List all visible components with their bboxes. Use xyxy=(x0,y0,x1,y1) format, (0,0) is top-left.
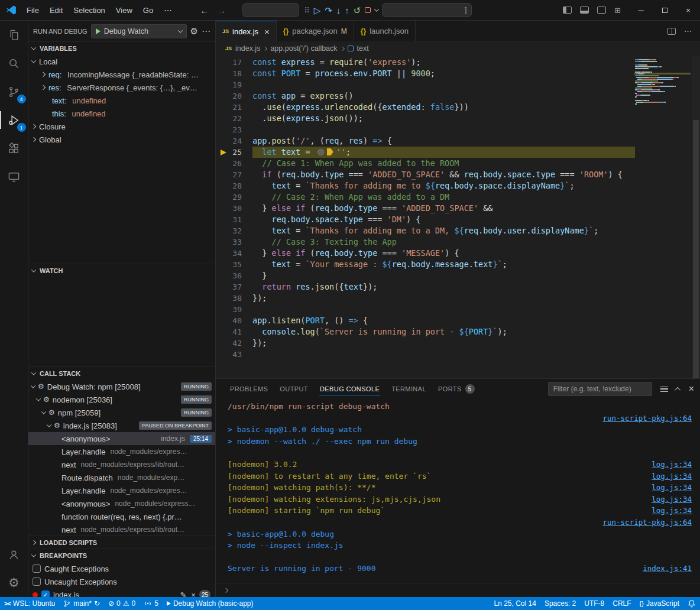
source-location-link[interactable]: run-script-pkg.js:64 xyxy=(602,413,692,424)
debug-session-row[interactable]: ⚙nodemon [25036]RUNNING xyxy=(28,393,215,406)
tab-problems[interactable]: PROBLEMS xyxy=(224,379,274,399)
line-content[interactable]: } xyxy=(252,270,635,281)
minimize-button[interactable]: ─ xyxy=(629,0,653,21)
menu-edit[interactable]: Edit xyxy=(44,6,68,15)
line-content[interactable]: app.post('/', (req, res) => { xyxy=(252,135,635,147)
line-gutter[interactable]: 19 xyxy=(216,79,252,90)
breakpoints-section-header[interactable]: BREAKPOINTS xyxy=(28,549,215,562)
line-gutter[interactable]: 17 xyxy=(216,57,252,68)
code-line[interactable]: 42}); xyxy=(216,338,700,349)
stop-button[interactable] xyxy=(365,7,371,13)
line-content[interactable]: }); xyxy=(252,293,635,304)
line-gutter[interactable]: 22 xyxy=(216,113,252,124)
drag-handle-icon[interactable]: ⠿ xyxy=(304,6,310,15)
restart-button[interactable]: ↺ xyxy=(354,6,361,15)
code-line[interactable]: 40app.listen(PORT, () => { xyxy=(216,315,700,326)
line-gutter[interactable]: 39 xyxy=(216,304,252,315)
source-location-link[interactable]: index.js:41 xyxy=(643,563,692,575)
notifications-item[interactable] xyxy=(683,597,700,610)
activity-run-debug-icon[interactable]: 1 xyxy=(0,106,28,134)
stack-frame-row[interactable]: <anonymous>node_modules/express… xyxy=(28,497,215,510)
debug-session-row[interactable]: ⚙npm [25059]RUNNING xyxy=(28,406,215,419)
toggle-panel-icon[interactable] xyxy=(580,7,589,14)
tab-debug-console[interactable]: DEBUG CONSOLE xyxy=(314,379,385,399)
line-gutter[interactable]: 27 xyxy=(216,169,252,180)
code-editor[interactable]: 17const express = require('express');18c… xyxy=(216,56,700,378)
filter-lines-icon[interactable] xyxy=(660,387,668,392)
watch-section-header[interactable]: WATCH xyxy=(28,264,215,277)
breadcrumb-file[interactable]: index.js xyxy=(235,44,260,53)
line-content[interactable] xyxy=(252,124,635,135)
source-location-link[interactable]: log.js:34 xyxy=(652,494,692,505)
source-location-link[interactable]: log.js:34 xyxy=(652,471,692,482)
customize-layout-icon[interactable]: ⊞ xyxy=(614,7,621,14)
code-line[interactable]: 26 // Case 1: When App was added to the … xyxy=(216,158,700,169)
activity-search-icon[interactable] xyxy=(0,49,28,77)
forwarded-ports-item[interactable]: 5 xyxy=(140,597,163,610)
line-gutter[interactable]: 34 xyxy=(216,248,252,259)
line-gutter[interactable]: 18 xyxy=(216,68,252,79)
code-line[interactable]: 34 } else if (req.body.type === 'MESSAGE… xyxy=(216,248,700,259)
line-content[interactable]: } else if (req.body.type === 'MESSAGE') … xyxy=(252,248,635,259)
git-branch-item[interactable]: main* ↻ xyxy=(59,597,104,610)
debug-session-chevron-icon[interactable] xyxy=(374,7,379,11)
line-gutter[interactable]: 36 xyxy=(216,270,252,281)
code-line[interactable]: 23 xyxy=(216,124,700,135)
line-gutter[interactable]: 40 xyxy=(216,315,252,326)
line-content[interactable]: req.body.space.type === 'DM') { xyxy=(252,214,635,225)
line-content[interactable]: const express = require('express'); xyxy=(252,57,635,68)
tab-output[interactable]: OUTPUT xyxy=(274,379,314,399)
maximize-panel-icon[interactable] xyxy=(675,387,680,392)
line-gutter[interactable]: 20 xyxy=(216,90,252,102)
line-content[interactable]: app.listen(PORT, () => { xyxy=(252,315,635,326)
debug-gear-icon[interactable]: ⚙ xyxy=(190,26,198,37)
stack-frame-row[interactable]: function router(req, res, next) {.pr… xyxy=(28,510,215,523)
code-line[interactable]: 35 text = `Your message : ${req.body.mes… xyxy=(216,259,700,270)
scrollbar-thumb[interactable] xyxy=(693,120,699,378)
line-content[interactable]: console.log(`Server is running in port -… xyxy=(252,326,635,338)
variable-row[interactable]: this: undefined xyxy=(28,107,215,120)
source-location-link[interactable]: log.js:34 xyxy=(652,505,692,517)
continue-button[interactable]: ▷ xyxy=(314,6,321,15)
variable-row[interactable]: Local xyxy=(28,55,215,68)
code-line[interactable]: 37 return res.json({text}); xyxy=(216,281,700,293)
menu-selection[interactable]: Selection xyxy=(68,6,110,15)
menu-file[interactable]: File xyxy=(21,6,44,15)
line-content[interactable]: }); xyxy=(252,338,635,349)
cursor-position-item[interactable]: Ln 25, Col 14 xyxy=(490,597,540,610)
line-gutter[interactable]: 30 xyxy=(216,203,252,214)
menu-overflow-icon[interactable]: ⋯ xyxy=(158,5,177,15)
debug-status-item[interactable]: Debug Watch (basic-app) xyxy=(163,597,258,610)
debug-session-row[interactable]: ⚙index.js [25083]PAUSED ON BREAKPOINT xyxy=(28,419,215,432)
line-content[interactable]: // Case 3: Texting the App xyxy=(252,236,635,248)
variable-row[interactable]: Global xyxy=(28,133,215,146)
line-content[interactable] xyxy=(252,79,635,90)
step-into-button[interactable]: ↓ xyxy=(336,6,341,15)
menu-go[interactable]: Go xyxy=(138,6,158,15)
maximize-button[interactable] xyxy=(653,0,676,21)
code-line[interactable]: 36 } xyxy=(216,270,700,281)
line-content[interactable]: if (req.body.type === 'ADDED_TO_SPACE' &… xyxy=(252,169,635,180)
editor-scrollbar[interactable] xyxy=(692,56,700,378)
variables-section-header[interactable]: VARIABLES xyxy=(28,42,215,55)
breakpoint-row[interactable]: Uncaught Exceptions xyxy=(28,575,215,588)
line-gutter[interactable]: 21 xyxy=(216,102,252,113)
console-filter-input[interactable] xyxy=(548,382,652,396)
settings-gear-icon[interactable]: ⚙ xyxy=(0,569,28,597)
call-stack-section-header[interactable]: CALL STACK xyxy=(28,367,215,380)
line-gutter[interactable]: 43 xyxy=(216,349,252,360)
source-location-link[interactable]: log.js:34 xyxy=(652,459,692,471)
line-gutter[interactable]: 35 xyxy=(216,259,252,270)
activity-source-control-icon[interactable]: 4 xyxy=(0,77,28,106)
encoding-item[interactable]: UTF-8 xyxy=(580,597,608,610)
code-line[interactable]: 30 } else if (req.body.type === 'ADDED_T… xyxy=(216,203,700,214)
breakpoint-checkbox[interactable] xyxy=(33,564,41,573)
variable-row[interactable]: Closure xyxy=(28,120,215,133)
start-debugging-icon[interactable] xyxy=(96,28,101,34)
line-content[interactable]: let text = ''; xyxy=(252,147,635,158)
line-gutter[interactable]: 26 xyxy=(216,158,252,169)
command-center-search[interactable] xyxy=(242,3,299,17)
problems-item[interactable]: ⊘ 0 ⚠ 0 xyxy=(104,597,140,610)
line-gutter[interactable]: 37 xyxy=(216,281,252,293)
tab-terminal[interactable]: TERMINAL xyxy=(385,379,432,399)
